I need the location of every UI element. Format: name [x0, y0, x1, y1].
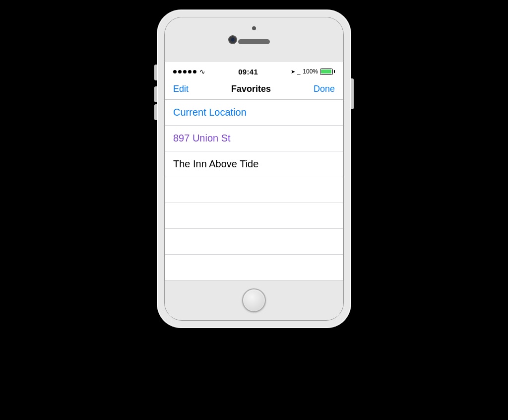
front-camera-dot: [252, 26, 256, 30]
empty-row-4: [165, 255, 343, 280]
done-button[interactable]: Done: [314, 84, 335, 94]
speaker: [238, 39, 270, 44]
screen: ∿ 09:41 ➤ ⎯ 100% Edit: [165, 62, 343, 280]
signal-dot-3: [183, 70, 187, 73]
home-button[interactable]: [242, 288, 266, 312]
phone-inner: ∿ 09:41 ➤ ⎯ 100% Edit: [164, 17, 344, 321]
battery-fill: [321, 70, 331, 73]
phone-frame: ∿ 09:41 ➤ ⎯ 100% Edit: [157, 10, 351, 328]
item-text-897-union: 897 Union St: [173, 133, 231, 144]
status-time: 09:41: [238, 68, 258, 76]
favorites-list: Current Location 897 Union St The Inn Ab…: [165, 100, 343, 280]
status-bar: ∿ 09:41 ➤ ⎯ 100%: [165, 62, 343, 80]
battery-body: [320, 69, 333, 75]
list-item-current-location[interactable]: Current Location: [165, 100, 343, 126]
signal-dot-5: [193, 70, 196, 73]
battery-percent: 100%: [303, 68, 318, 75]
empty-row-1: [165, 177, 343, 203]
page-title: Favorites: [231, 84, 271, 94]
nav-bar: Edit Favorites Done: [165, 80, 343, 100]
phone-bottom-bezel: [165, 280, 343, 320]
location-arrow-icon: ➤: [291, 69, 295, 75]
signal-dots: [173, 70, 196, 73]
phone-top-bezel: [165, 17, 343, 62]
front-camera: [228, 35, 237, 44]
signal-dot-1: [173, 70, 177, 73]
battery-tip: [334, 70, 335, 73]
item-text-current-location: Current Location: [173, 107, 247, 118]
bluetooth-icon: ⎯: [297, 69, 301, 74]
signal-dot-4: [188, 70, 191, 73]
item-text-inn-above-tide: The Inn Above Tide: [173, 158, 258, 170]
signal-dot-2: [178, 70, 182, 73]
empty-row-2: [165, 203, 343, 229]
list-item-inn-above-tide[interactable]: The Inn Above Tide: [165, 151, 343, 177]
status-right: ➤ ⎯ 100%: [291, 68, 335, 75]
empty-row-3: [165, 229, 343, 255]
edit-button[interactable]: Edit: [173, 84, 189, 94]
wifi-icon: ∿: [199, 68, 205, 75]
list-item-897-union[interactable]: 897 Union St: [165, 126, 343, 151]
battery-indicator: [320, 69, 335, 75]
status-left: ∿: [173, 68, 205, 75]
